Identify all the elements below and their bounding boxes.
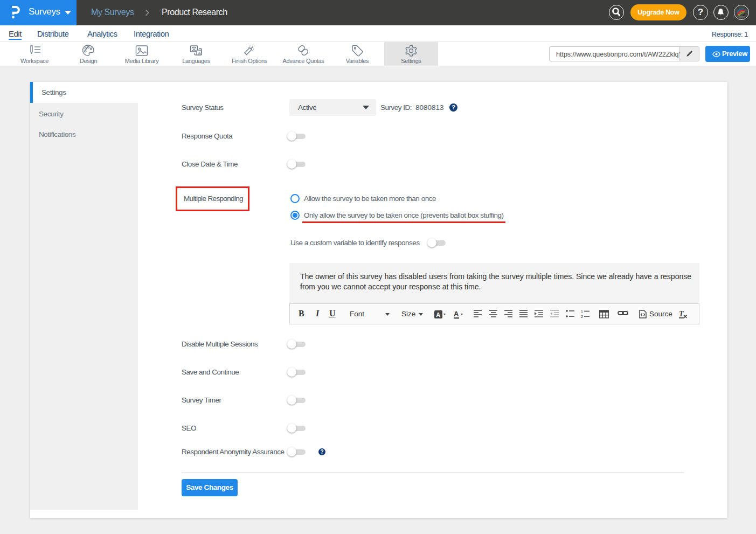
svg-text:T: T: [679, 310, 684, 318]
svg-text:A: A: [198, 51, 202, 56]
svg-text:A: A: [454, 310, 459, 318]
svg-text:A: A: [436, 311, 440, 318]
svg-text:1: 1: [581, 310, 583, 314]
svg-text:2: 2: [581, 315, 583, 318]
